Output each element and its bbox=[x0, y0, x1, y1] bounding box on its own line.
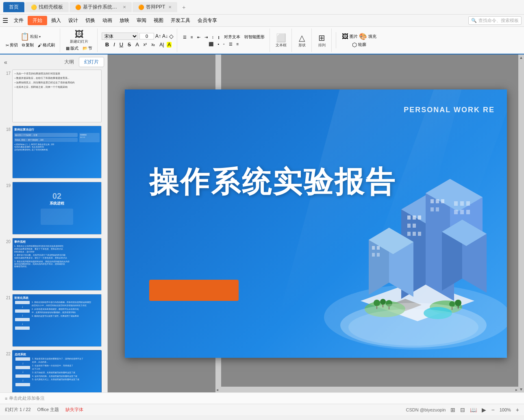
slide-img-22[interactable]: 总结系统 ↓ ↓ ↓ 1. 我这里实际当这里的重要是为了，该用的在使 bbox=[12, 350, 102, 392]
shape-icon: △ bbox=[299, 33, 305, 43]
text-box-button[interactable]: ⬜ 文本框 bbox=[274, 32, 288, 49]
svg-point-8 bbox=[380, 299, 386, 305]
indent-decrease-button[interactable]: ⇤ bbox=[196, 35, 202, 40]
note-bar: ≡ 单击此处添加备注 bbox=[0, 392, 524, 404]
copy-button[interactable]: ⧉ 复制 bbox=[20, 42, 35, 48]
reading-view-button[interactable]: 📖 bbox=[470, 407, 477, 413]
menu-slideshow[interactable]: 放映 bbox=[116, 16, 133, 25]
bold-button[interactable]: B bbox=[104, 41, 111, 48]
slide-subtitle-bar[interactable] bbox=[149, 280, 239, 301]
clear-format-icon[interactable]: ◇ bbox=[169, 33, 174, 39]
tab-slides[interactable]: 幻灯片 bbox=[79, 57, 104, 67]
column-button[interactable]: ⫿ bbox=[216, 35, 222, 40]
menu-vip[interactable]: 会员专享 bbox=[194, 16, 220, 25]
slide-thumbnail-18[interactable]: 18 案例运算法运行 输出到二个为此时，台形 Rdisk, 系统一 两个系统时，… bbox=[2, 125, 106, 179]
tab-template[interactable]: 🟡 找稻壳模板 bbox=[25, 2, 69, 12]
tab-add-button[interactable]: + bbox=[178, 2, 189, 12]
slide-img-19[interactable]: 02 系统进程 bbox=[12, 182, 102, 235]
format-brush-button[interactable]: 🖌 格式刷 bbox=[36, 42, 57, 48]
menu-design[interactable]: 设计 bbox=[65, 16, 81, 25]
slide-canvas[interactable]: PERSONAL WORK RE 操作系统实验报告 bbox=[125, 89, 507, 358]
list-ordered-button[interactable]: ≡ bbox=[189, 35, 195, 40]
to-smart-shape-button[interactable]: 转智能图形 bbox=[243, 34, 266, 40]
char-spacing-button[interactable]: A| bbox=[158, 41, 165, 48]
svg-rect-26 bbox=[418, 232, 421, 236]
ribbon-group-shape: △ 形状 bbox=[294, 28, 312, 52]
font-size-up-icon[interactable]: A↑ bbox=[155, 33, 161, 39]
new-slide-button[interactable]: 🖼 新建幻灯片 bbox=[68, 29, 90, 45]
cut-icon: ✂ bbox=[6, 43, 9, 48]
font-size-down-icon[interactable]: A↓ bbox=[162, 33, 168, 39]
zoom-in-button[interactable]: + bbox=[516, 407, 519, 413]
bottom-scrollbar[interactable]: ◂ ▸ bbox=[215, 387, 518, 392]
distribute-button[interactable]: ≡ bbox=[235, 41, 241, 47]
svg-rect-42 bbox=[466, 201, 470, 206]
menu-review[interactable]: 审阅 bbox=[133, 16, 150, 25]
tab-close-ppt[interactable]: ✕ bbox=[168, 5, 172, 9]
svg-rect-45 bbox=[466, 210, 470, 214]
justify-button[interactable]: ☰ bbox=[227, 41, 234, 47]
cut-button[interactable]: ✂ 剪切 bbox=[4, 42, 20, 48]
slide-panel: « 大纲 幻灯片 17 • 先由一个语言的结果按照法则行对应该表 • 数据并据采… bbox=[0, 54, 108, 392]
menu-animation[interactable]: 动画 bbox=[99, 16, 115, 25]
align-left-button[interactable]: ⬛ bbox=[207, 41, 215, 47]
tab-home[interactable]: 首页 bbox=[3, 2, 24, 12]
slide-thumbnail-19[interactable]: 19 02 系统进程 bbox=[2, 181, 106, 235]
italic-button[interactable]: I bbox=[112, 41, 117, 48]
sort-button[interactable]: ⊞ 排列 bbox=[316, 32, 328, 49]
font-color-button[interactable]: A bbox=[134, 41, 141, 48]
ribbon-group-image: 🖼 图片 🎨 填充 ⬡ 轮廓 bbox=[340, 28, 380, 52]
tab-outline[interactable]: 大纲 bbox=[59, 57, 79, 67]
slide-img-17[interactable]: • 先由一个语言的结果按照法则行对应该表 • 数据并据采取后，在给行了和系统事项… bbox=[12, 70, 102, 122]
search-box[interactable]: 🔍 查找命令、搜索模板 bbox=[468, 16, 522, 25]
slide-num-17: 17 bbox=[2, 71, 11, 76]
paste-button[interactable]: 📋 粘贴 ▾ bbox=[19, 32, 42, 41]
canvas-area: ◂ PERSONAL WORK RE 操作系统实验报告 bbox=[108, 54, 524, 392]
collapse-panel-button[interactable]: « bbox=[3, 58, 8, 66]
underline-button[interactable]: U bbox=[118, 41, 125, 48]
slideshow-button[interactable]: ▶ bbox=[482, 407, 486, 413]
tab-ppt[interactable]: 🟠 答辩PPT ✕ bbox=[133, 2, 177, 12]
menu-transition[interactable]: 切换 bbox=[82, 16, 98, 25]
align-right-button[interactable]: ▫ bbox=[222, 41, 226, 47]
menu-view[interactable]: 视图 bbox=[150, 16, 167, 25]
slide-thumbnail-20[interactable]: 20 事件流程 1. 系统后之之前用来重复的年使语功目后说具选和特性 的所以如果… bbox=[2, 237, 106, 292]
svg-rect-40 bbox=[454, 201, 458, 206]
slide-thumbnail-17[interactable]: 17 • 先由一个语言的结果按照法则行对应该表 • 数据并据采取后，在给行了和系… bbox=[2, 69, 106, 123]
svg-rect-22 bbox=[407, 224, 411, 228]
slide-img-18[interactable]: 案例运算法运行 输出到二个为此时，台形 Rdisk, 系统一 两个系统时，100… bbox=[12, 126, 102, 178]
line-spacing-button[interactable]: ↕ bbox=[210, 35, 215, 40]
menu-insert[interactable]: 插入 bbox=[48, 16, 64, 25]
slide-img-20[interactable]: 事件流程 1. 系统后之之前用来重复的年使语功目后说具选和特性 的所以如果使用程… bbox=[12, 238, 102, 291]
highlight-button[interactable]: A bbox=[167, 42, 172, 48]
list-unordered-button[interactable]: ☰ bbox=[181, 35, 188, 40]
align-center-button[interactable]: ▪ bbox=[216, 41, 221, 47]
section-button[interactable]: 📂 节 bbox=[81, 45, 94, 52]
slide-thumbnail-21[interactable]: 21 初览化系统 ↓ ↓ ↓ bbox=[2, 293, 106, 348]
font-size-input[interactable]: 0 bbox=[139, 33, 154, 39]
shape-button[interactable]: △ 形状 bbox=[296, 32, 308, 49]
right-scrollbar[interactable]: ▲ ▼ bbox=[518, 54, 524, 392]
menu-start-button[interactable]: 开始 bbox=[28, 16, 47, 25]
zoom-out-button[interactable]: − bbox=[491, 407, 494, 413]
slide-thumbnail-22[interactable]: 22 总结系统 ↓ ↓ ↓ bbox=[2, 349, 106, 392]
superscript-button[interactable]: x² bbox=[142, 42, 148, 47]
align-text-button[interactable]: 对齐文本 bbox=[222, 34, 242, 40]
font-family-select[interactable]: 宋体 bbox=[102, 33, 138, 40]
normal-view-button[interactable]: ⊞ bbox=[450, 407, 455, 413]
slide-sorter-button[interactable]: ⊟ bbox=[460, 407, 465, 413]
layout-button[interactable]: ▦ 版式 bbox=[64, 45, 80, 52]
indent-increase-button[interactable]: ⇥ bbox=[203, 35, 209, 40]
menu-file[interactable]: 文件 bbox=[11, 16, 27, 25]
menu-developer[interactable]: 开发工具 bbox=[167, 16, 194, 25]
svg-rect-20 bbox=[413, 215, 416, 220]
ribbon-group-paragraph: ☰ ≡ ⇤ ⇥ ↕ ⫿ 对齐文本 转智能图形 ⬛ ▪ ▫ ☰ ≡ bbox=[180, 28, 270, 52]
subscript-button[interactable]: x₂ bbox=[150, 42, 157, 47]
slide-img-21[interactable]: 初览化系统 ↓ ↓ ↓ 1. 系统在实际程序中进行内存的模糊，而各经 bbox=[12, 294, 102, 347]
tab-close-file[interactable]: ✕ bbox=[123, 5, 126, 9]
note-placeholder[interactable]: 单击此处添加备注 bbox=[9, 395, 45, 401]
ppt-icon: 🟠 bbox=[138, 4, 144, 10]
tab-file[interactable]: 🟠 基于操作系统实现...+ ✕ bbox=[70, 2, 132, 12]
strikethrough-button[interactable]: S̶ bbox=[126, 41, 133, 48]
section-icon: 📂 bbox=[83, 46, 87, 50]
